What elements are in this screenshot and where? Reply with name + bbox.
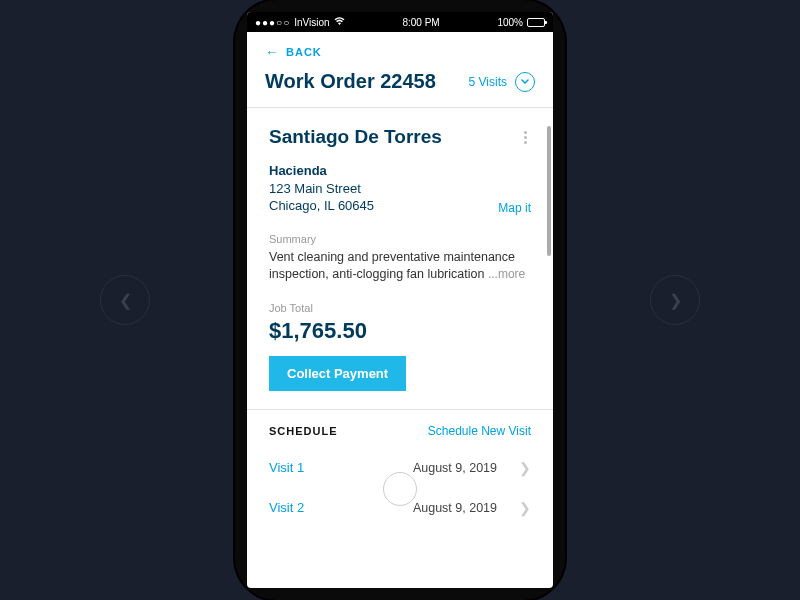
summary-text: Vent cleaning and preventative maintenan… <box>269 249 531 284</box>
work-order-card: Santiago De Torres Hacienda 123 Main Str… <box>247 108 553 409</box>
chevron-right-icon: ❯ <box>669 291 682 310</box>
job-total-amount: $1,765.50 <box>269 318 531 344</box>
chevron-right-icon: ❯ <box>519 460 531 476</box>
status-bar: ●●●○○ InVision 8:00 PM 100% <box>247 12 553 32</box>
location-name: Hacienda <box>269 162 374 180</box>
dot-icon <box>524 141 527 144</box>
chevron-down-circle-icon <box>515 72 535 92</box>
visit-date: August 9, 2019 <box>351 501 507 515</box>
battery-icon <box>527 18 545 27</box>
visit-name: Visit 1 <box>269 460 339 475</box>
gallery-prev-button[interactable]: ❮ <box>100 275 150 325</box>
dot-icon <box>524 131 527 134</box>
schedule-header: SCHEDULE Schedule New Visit <box>247 410 553 448</box>
chevron-left-icon: ❮ <box>119 291 132 310</box>
dot-icon <box>524 136 527 139</box>
street-address: 123 Main Street <box>269 180 374 198</box>
visit-row[interactable]: Visit 2 August 9, 2019 ❯ <box>247 488 553 528</box>
visit-name: Visit 2 <box>269 500 339 515</box>
collect-payment-button[interactable]: Collect Payment <box>269 356 406 391</box>
customer-name: Santiago De Torres <box>269 126 442 148</box>
visit-date: August 9, 2019 <box>351 461 507 475</box>
back-arrow-icon: ← <box>265 44 280 60</box>
summary-more-link[interactable]: ...more <box>488 267 525 281</box>
page-title: Work Order 22458 <box>265 70 436 93</box>
summary-body: Vent cleaning and preventative maintenan… <box>269 250 515 282</box>
battery-percent-label: 100% <box>497 17 523 28</box>
address-block: Hacienda 123 Main Street Chicago, IL 606… <box>269 162 374 215</box>
back-label: BACK <box>286 46 322 58</box>
chevron-right-icon: ❯ <box>519 500 531 516</box>
clock-label: 8:00 PM <box>402 17 439 28</box>
phone-frame: ●●●○○ InVision 8:00 PM 100% ← BACK Work … <box>235 0 565 600</box>
overflow-menu-button[interactable] <box>520 127 531 148</box>
city-state-zip: Chicago, IL 60645 <box>269 197 374 215</box>
gallery-next-button[interactable]: ❯ <box>650 275 700 325</box>
schedule-title: SCHEDULE <box>269 425 338 437</box>
wifi-icon <box>334 17 345 28</box>
job-total-label: Job Total <box>269 302 531 314</box>
visits-dropdown[interactable]: 5 Visits <box>469 72 535 92</box>
signal-dots-icon: ●●●○○ <box>255 17 290 28</box>
app-content: ← BACK Work Order 22458 5 Visits Santiag… <box>247 32 553 588</box>
visit-row[interactable]: Visit 1 August 9, 2019 ❯ <box>247 448 553 488</box>
carrier-label: InVision <box>294 17 329 28</box>
summary-label: Summary <box>269 233 531 245</box>
scrollbar-thumb[interactable] <box>547 126 551 256</box>
back-button[interactable]: ← BACK <box>247 32 553 66</box>
map-it-link[interactable]: Map it <box>498 201 531 215</box>
title-row: Work Order 22458 5 Visits <box>247 66 553 107</box>
visits-count-label: 5 Visits <box>469 75 507 89</box>
phone-screen: ●●●○○ InVision 8:00 PM 100% ← BACK Work … <box>247 12 553 588</box>
schedule-new-visit-link[interactable]: Schedule New Visit <box>428 424 531 438</box>
